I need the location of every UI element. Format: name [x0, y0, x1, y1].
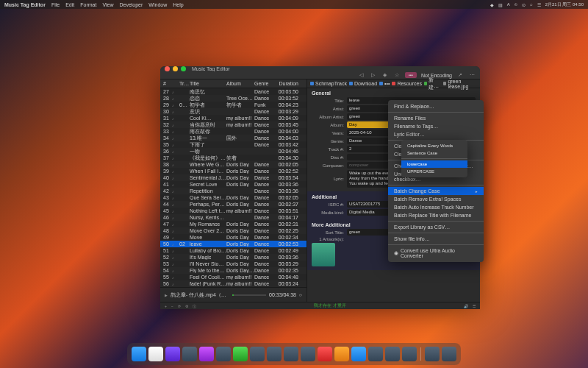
- col-index[interactable]: #: [163, 81, 172, 86]
- dock-finder-icon[interactable]: [132, 347, 146, 361]
- table-row[interactable]: 40♪Sentimental J…Doris DayDance00:03:54: [160, 174, 306, 181]
- col-track[interactable]: Track #: [179, 81, 190, 86]
- dock-music-icon[interactable]: [318, 347, 332, 361]
- table-row[interactable]: 35♪下雨了Dance00:03:42: [160, 141, 306, 148]
- submenu-item[interactable]: Capitalize Every Words: [401, 142, 467, 149]
- action-icon[interactable]: ↗: [456, 71, 464, 79]
- status-icon[interactable]: ▥: [498, 2, 503, 7]
- table-row[interactable]: 43♪Que Sera Sera…Doris DayDance00:02:05: [160, 194, 306, 201]
- dock-appstore-icon[interactable]: [351, 347, 366, 361]
- menu-item[interactable]: ◉Convert use Ultra Audio Converter: [388, 247, 484, 260]
- table-row[interactable]: 49♪MoveDoris DayDance00:02:34: [160, 234, 306, 241]
- status-icon[interactable]: ◆: [490, 2, 494, 7]
- nav-back-icon[interactable]: ◁: [358, 71, 365, 79]
- menu-item[interactable]: Show file info…: [388, 235, 484, 243]
- dock-app-icon[interactable]: [301, 347, 315, 361]
- table-row[interactable]: 53♪I'll Never Stop…Doris DayDance00:03:2…: [160, 261, 306, 267]
- col-duration[interactable]: Duration: [275, 81, 298, 86]
- artwork-thumbnail[interactable]: [312, 243, 335, 266]
- dock-app-icon[interactable]: [165, 347, 180, 361]
- dock-app-icon[interactable]: [425, 347, 440, 361]
- menu-item[interactable]: Filename to Tags…: [388, 122, 484, 130]
- tag-icon[interactable]: ◈: [381, 71, 389, 79]
- dock-calendar-icon[interactable]: [334, 347, 349, 361]
- dock-app-icon[interactable]: [368, 347, 383, 361]
- table-row[interactable]: 52♪It's MagicDoris DayDance00:03:36: [160, 254, 306, 261]
- dock-app-icon[interactable]: [233, 347, 248, 361]
- table-row[interactable]: 39♪When I Fall In …Doris DayDance00:02:5…: [160, 168, 306, 174]
- menu-item[interactable]: Rename Files: [388, 114, 484, 122]
- nav-fwd-icon[interactable]: ▷: [370, 71, 377, 79]
- dock-app-icon[interactable]: [250, 347, 265, 361]
- dock-app-icon[interactable]: [402, 347, 417, 361]
- table-row[interactable]: 51♪Lullaby of Broa…Doris DayDance00:02:4…: [160, 247, 306, 254]
- table-row[interactable]: 44♪Perhaps, Perha…Doris DayDance00:02:37: [160, 201, 306, 208]
- table-row[interactable]: 29♪01/10初学者初学者Funk00:04:23: [160, 102, 306, 108]
- menu-item[interactable]: Batch Auto Increase Track Number: [388, 203, 484, 211]
- table-row[interactable]: 46♪Nursy, Kerrisen…Dance00:04:17: [160, 214, 306, 221]
- submenu-item[interactable]: UPPERCASE: [401, 168, 467, 175]
- volume-icon[interactable]: 🔊: [464, 304, 468, 308]
- menu-item[interactable]: Lyric Editor…: [388, 130, 484, 138]
- minimize-button[interactable]: [173, 66, 178, 71]
- col-title[interactable]: Title: [190, 81, 226, 86]
- table-row[interactable]: 30♪意识Dance00:03:29: [160, 108, 306, 115]
- dock-app-icon[interactable]: [216, 347, 231, 361]
- table-row[interactable]: 48♪Move Over 2A…Doris DayDance00:02:25: [160, 227, 306, 234]
- col-album[interactable]: Album: [226, 81, 254, 86]
- menu-edit[interactable]: Edit: [65, 2, 74, 7]
- more-icon[interactable]: ⋯: [468, 71, 476, 79]
- table-row[interactable]: 42♪RepetitionDance00:03:36: [160, 188, 306, 194]
- track-field[interactable]: 2: [347, 146, 392, 152]
- table-row[interactable]: 47♪My RomanceDoris DayDance00:02:31: [160, 221, 306, 227]
- dock-trash-icon[interactable]: [442, 347, 456, 361]
- control-center-icon[interactable]: ☰: [537, 2, 541, 7]
- zoom-button[interactable]: [181, 66, 186, 71]
- refresh-icon[interactable]: ⟳: [178, 304, 181, 308]
- close-button[interactable]: [165, 66, 170, 71]
- menu-help[interactable]: Help: [173, 2, 183, 7]
- table-row[interactable]: 55♪Feel Of Coolin…my album!!Dance00:04:4…: [160, 274, 306, 280]
- dock-app-icon[interactable]: [148, 347, 163, 361]
- table-row[interactable]: 31♪Cool Ki…my album!!Dance00:04:09: [160, 115, 306, 121]
- toolbar-dropdown[interactable]: •••: [405, 72, 417, 78]
- menu-item[interactable]: Export Library as CSV…: [388, 223, 484, 231]
- col-genre[interactable]: Genre: [254, 81, 275, 86]
- wifi-icon[interactable]: ⊙: [522, 2, 526, 7]
- crumb-item[interactable]: Download: [349, 81, 377, 86]
- crumb-item[interactable]: Resources: [392, 81, 421, 86]
- crumb-item[interactable]: green lease.jpg: [443, 79, 477, 89]
- info-icon[interactable]: ⓘ: [193, 304, 196, 308]
- play-icon[interactable]: ▶: [165, 293, 168, 297]
- dock-app-icon[interactable]: [182, 347, 197, 361]
- menu-view[interactable]: View: [102, 2, 113, 7]
- table-row[interactable]: 54♪Fly Me to the…Doris Day - …Dance00:02…: [160, 267, 306, 274]
- table-row[interactable]: 38♪Where We Gon…Doris DayDance00:02:05: [160, 161, 306, 168]
- table-row[interactable]: 27♪南思忆Dance00:03:50: [160, 88, 306, 95]
- menu-format[interactable]: Format: [80, 2, 96, 7]
- table-row[interactable]: 41♪Secret LoveDoris DayDance00:03:36: [160, 181, 306, 188]
- bluetooth-icon[interactable]: ⎋: [514, 2, 517, 7]
- table-row[interactable]: 37♪《我是如何》笑着…笑着00:04:30: [160, 155, 306, 161]
- table-body[interactable]: 27♪南思忆Dance00:03:5028♪恋恋Tree Ocean…Dance…: [160, 88, 306, 287]
- menu-developer[interactable]: Developer: [119, 2, 143, 7]
- submenu-item[interactable]: lowercase: [401, 160, 467, 168]
- remove-icon[interactable]: −: [171, 304, 173, 308]
- dock-app-icon[interactable]: [284, 347, 298, 361]
- search-icon[interactable]: ⌕: [530, 2, 533, 7]
- crumb-item[interactable]: •••: [379, 81, 390, 86]
- submenu-item[interactable]: Sentence Case: [401, 149, 467, 157]
- menu-item[interactable]: Find & Replace…: [388, 102, 484, 110]
- dock-app-icon[interactable]: [267, 347, 282, 361]
- menu-item[interactable]: Batch Remove Extra! Spaces: [388, 195, 484, 203]
- status-icon[interactable]: A: [507, 2, 510, 7]
- star-icon[interactable]: ☆: [393, 71, 401, 79]
- table-row[interactable]: 56♪fade! (Funk Re…my album!!Dance00:03:2…: [160, 280, 306, 287]
- dock-app-icon[interactable]: [385, 347, 400, 361]
- clock[interactable]: 2月21日 周三 04:50: [545, 1, 584, 8]
- list-icon[interactable]: ☰: [473, 304, 476, 308]
- table-row[interactable]: 45♪Nothing Left t…my album!!Dance00:03:5…: [160, 208, 306, 214]
- gear-icon[interactable]: ⚙: [185, 304, 188, 308]
- add-icon[interactable]: +: [165, 304, 167, 308]
- app-name[interactable]: Music Tag Editor: [4, 2, 46, 7]
